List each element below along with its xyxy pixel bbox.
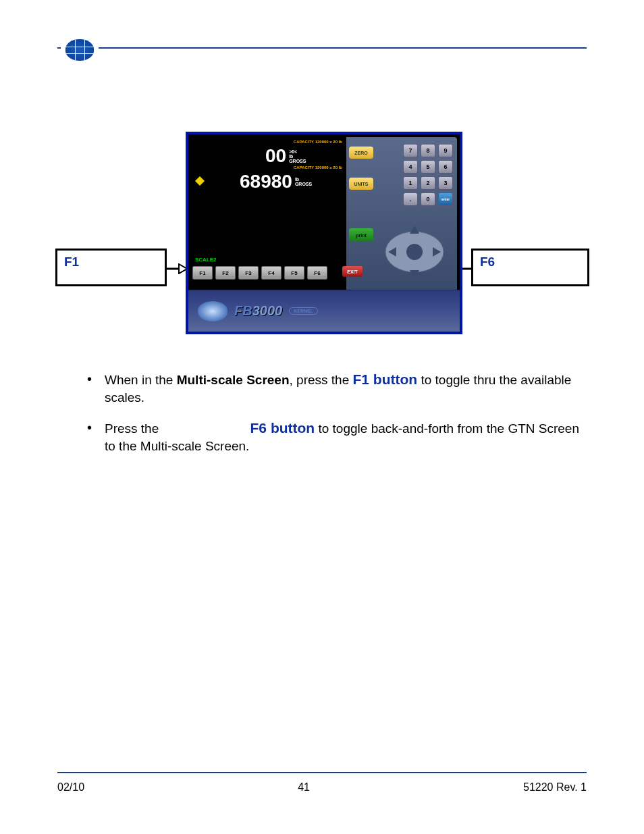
device-screenshot: CAPACITY 120000 x 20 lb 00 >0< lb GROSS … [186, 132, 462, 334]
footer-date: 02/10 [57, 781, 84, 793]
weight1-coz: >0< [289, 149, 306, 154]
diamond-icon [195, 176, 205, 186]
weight2-mode: GROSS [295, 182, 312, 186]
capacity-line-2: CAPACITY 120000 x 20 lb [294, 165, 342, 170]
callout-f1-label: F1 [64, 255, 79, 269]
model-number: 3000 [252, 303, 283, 318]
bullet-1: When in the Multi-scale Screen, press th… [84, 370, 584, 407]
fkey-f6[interactable]: F6 [307, 266, 327, 280]
callout-f6-label: F6 [480, 255, 495, 269]
zero-button[interactable]: ZERO [349, 147, 373, 159]
weight2-unit: lb [295, 177, 312, 182]
key-2[interactable]: 2 [421, 176, 435, 190]
globe-icon [65, 39, 94, 61]
b2-blue: F6 button [250, 420, 315, 436]
svg-marker-6 [410, 226, 419, 234]
key-8[interactable]: 8 [421, 144, 435, 157]
footer-page: 41 [298, 781, 310, 793]
numeric-keypad: 7 8 9 4 5 6 1 2 3 . 0 enter [403, 144, 453, 206]
callout-f6: F6 [471, 249, 589, 286]
units-button[interactable]: UNITS [349, 178, 373, 190]
fkey-f3[interactable]: F3 [238, 266, 259, 280]
weight-reading-2: 68980 lb GROSS [240, 171, 312, 192]
key-4[interactable]: 4 [403, 160, 418, 174]
bullet-2: Press the F6 button to toggle back-and-f… [84, 419, 584, 455]
function-key-row: F1 F2 F3 F4 F5 F6 [192, 266, 327, 280]
weight1-unit: lb [289, 154, 306, 159]
svg-marker-7 [410, 270, 419, 278]
weight2-value: 68980 [240, 171, 292, 192]
key-5[interactable]: 5 [421, 160, 435, 174]
print-button[interactable]: print [349, 228, 373, 242]
fkey-f4[interactable]: F4 [261, 266, 281, 280]
key-dot[interactable]: . [403, 192, 418, 206]
weight-reading-1: 00 >0< lb GROSS [265, 145, 306, 167]
key-6[interactable]: 6 [438, 160, 453, 174]
direction-pad[interactable] [384, 221, 445, 282]
footer-doc: 51220 Rev. 1 [523, 781, 587, 793]
instruction-list: When in the Multi-scale Screen, press th… [84, 370, 584, 467]
brand-logo [61, 35, 99, 65]
control-panel: ZERO UNITS print 7 8 9 4 5 6 1 2 3 . 0 e… [346, 137, 457, 290]
b1-bold: Multi-scale Screen [177, 373, 290, 387]
arrow-right-icon [167, 263, 187, 274]
capacity-line-1: CAPACITY 120000 x 20 lb [294, 140, 342, 144]
page-footer: 02/10 41 51220 Rev. 1 [57, 781, 587, 793]
model-prefix: FB [234, 303, 252, 318]
key-1[interactable]: 1 [403, 176, 418, 190]
key-0[interactable]: 0 [421, 192, 435, 206]
fairbanks-globe-icon [198, 301, 227, 321]
footer-rule [57, 772, 587, 773]
key-7[interactable]: 7 [403, 144, 418, 157]
header-rule [57, 47, 587, 49]
fkey-f5[interactable]: F5 [284, 266, 304, 280]
weight1-mode: GROSS [289, 159, 306, 163]
svg-point-5 [406, 244, 423, 260]
weight1-value: 00 [265, 145, 286, 167]
device-bezel: FB3000 KERNEL [188, 290, 460, 332]
exit-button[interactable]: EXIT [342, 266, 363, 277]
key-enter[interactable]: enter [438, 192, 453, 206]
active-scale-label: SCALE2 [195, 257, 217, 263]
b1-blue: F1 button [353, 371, 418, 387]
weight-display: CAPACITY 120000 x 20 lb 00 >0< lb GROSS … [191, 137, 346, 265]
callout-f1: F1 [55, 249, 167, 286]
key-9[interactable]: 9 [438, 144, 453, 157]
model-label: FB3000 [234, 303, 282, 319]
fkey-f1[interactable]: F1 [192, 266, 213, 280]
key-3[interactable]: 3 [438, 176, 453, 190]
kernel-badge: KERNEL [289, 307, 318, 315]
fkey-f2[interactable]: F2 [215, 266, 236, 280]
